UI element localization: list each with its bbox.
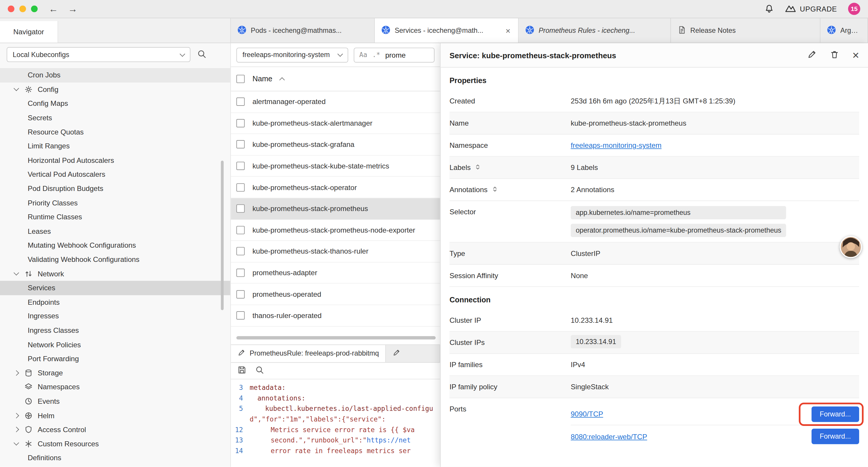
close-tab-icon[interactable]: × bbox=[504, 26, 512, 35]
row-checkbox[interactable] bbox=[236, 183, 245, 192]
editor-tab-prometheusrule[interactable]: PrometheusRule: freeleaps-prod-rabbitmq bbox=[231, 345, 386, 362]
property-value[interactable]: 9 Labels bbox=[571, 164, 598, 172]
row-checkbox[interactable] bbox=[236, 290, 245, 298]
notification-count-badge[interactable]: 15 bbox=[848, 3, 860, 15]
property-value[interactable]: 2 Annotations bbox=[571, 185, 615, 194]
table-row[interactable]: kube-prometheus-stack-thanos-ruler bbox=[231, 241, 440, 262]
sidebar-item-runtime-classes[interactable]: Runtime Classes bbox=[0, 210, 230, 224]
floating-user-avatar[interactable] bbox=[840, 236, 862, 258]
sidebar-item-secrets[interactable]: Secrets bbox=[0, 111, 230, 125]
bell-icon bbox=[764, 3, 774, 14]
table-row[interactable]: kube-prometheus-stack-prometheus-node-ex… bbox=[231, 220, 440, 241]
sidebar-item-limit-ranges[interactable]: Limit Ranges bbox=[0, 139, 230, 153]
sidebar-group-network[interactable]: Network bbox=[0, 267, 230, 281]
port-link[interactable]: 8080:reloader-web/TCP bbox=[571, 432, 647, 440]
table-row[interactable]: thanos-ruler-operated bbox=[231, 305, 440, 326]
namespace-selector[interactable]: freeleaps-monitoring-system bbox=[236, 47, 348, 62]
sidebar-item-resource-quotas[interactable]: Resource Quotas bbox=[0, 125, 230, 139]
forward-port-button[interactable]: Forward... bbox=[811, 429, 859, 444]
edit-button[interactable] bbox=[807, 50, 816, 61]
notifications-button[interactable] bbox=[764, 3, 774, 14]
row-checkbox[interactable] bbox=[236, 311, 245, 320]
delete-button[interactable] bbox=[830, 50, 839, 61]
sidebar-item-validating-webhook-configurations[interactable]: Validating Webhook Configurations bbox=[0, 253, 230, 267]
back-button[interactable]: ← bbox=[49, 4, 58, 13]
sidebar-item-priority-classes[interactable]: Priority Classes bbox=[0, 196, 230, 210]
sidebar-item-port-forwarding[interactable]: Port Forwarding bbox=[0, 352, 230, 366]
sidebar-group-helm[interactable]: Helm bbox=[0, 408, 230, 422]
row-checkbox[interactable] bbox=[236, 269, 245, 277]
row-checkbox[interactable] bbox=[236, 205, 245, 213]
row-checkbox[interactable] bbox=[236, 140, 245, 149]
sidebar-item-leases[interactable]: Leases bbox=[0, 224, 230, 238]
selector-chip[interactable]: app.kubernetes.io/name=prometheus bbox=[571, 206, 786, 219]
save-button[interactable] bbox=[238, 365, 246, 376]
forward-port-button[interactable]: Forward... bbox=[811, 406, 859, 421]
table-row[interactable]: kube-prometheus-stack-operator bbox=[231, 177, 440, 198]
sidebar-item-cron-jobs[interactable]: Cron Jobs bbox=[0, 68, 230, 82]
selector-chip[interactable]: operator.prometheus.io/name=kube-prometh… bbox=[571, 224, 786, 237]
table-row[interactable]: prometheus-operated bbox=[231, 284, 440, 305]
namespace-link[interactable]: freeleaps-monitoring-system bbox=[571, 141, 661, 150]
minimize-window-button[interactable] bbox=[20, 6, 26, 12]
row-checkbox[interactable] bbox=[236, 119, 245, 127]
sidebar-item-config-maps[interactable]: Config Maps bbox=[0, 96, 230, 111]
column-name-header[interactable]: Name bbox=[252, 75, 272, 83]
sidebar-item-endpoints[interactable]: Endpoints bbox=[0, 295, 230, 309]
sidebar-item-ingresses[interactable]: Ingresses bbox=[0, 309, 230, 323]
table-row[interactable]: kube-prometheus-stack-kube-state-metrics bbox=[231, 155, 440, 177]
sidebar-group-custom-resources[interactable]: Custom Resources bbox=[0, 437, 230, 451]
table-row[interactable]: alertmanager-operated bbox=[231, 91, 440, 113]
tab-argo[interactable]: Argo S bbox=[820, 18, 868, 42]
sidebar-item-namespaces[interactable]: Namespaces bbox=[0, 380, 230, 394]
tab-pods[interactable]: Pods - icecheng@mathmas... bbox=[231, 18, 375, 42]
property-label: Namespace bbox=[450, 141, 570, 150]
sidebar-item-horizontal-pod-autoscalers[interactable]: Horizontal Pod Autoscalers bbox=[0, 153, 230, 167]
zoom-window-button[interactable] bbox=[31, 6, 37, 12]
row-checkbox[interactable] bbox=[236, 162, 245, 170]
sidebar-item-pod-disruption-budgets[interactable]: Pod Disruption Budgets bbox=[0, 181, 230, 196]
close-drawer-button[interactable]: × bbox=[852, 49, 859, 61]
horizontal-scrollbar[interactable] bbox=[236, 336, 436, 339]
sidebar-item-definitions[interactable]: Definitions bbox=[0, 451, 230, 465]
upgrade-button[interactable]: UPGRADE bbox=[785, 4, 837, 14]
navigator-tab[interactable]: Navigator bbox=[0, 21, 58, 42]
port-link[interactable]: 9090/TCP bbox=[571, 410, 603, 418]
table-row[interactable]: kube-prometheus-stack-grafana bbox=[231, 134, 440, 155]
tab-services[interactable]: Services - icecheng@math... × bbox=[375, 18, 519, 42]
sidebar-item-mutating-webhook-configurations[interactable]: Mutating Webhook Configurations bbox=[0, 238, 230, 253]
sidebar-search-button[interactable] bbox=[197, 49, 207, 60]
row-checkbox[interactable] bbox=[236, 97, 245, 106]
sidebar-item-events[interactable]: Events bbox=[0, 394, 230, 408]
property-row-session-affinity: Session Affinity None bbox=[450, 265, 859, 287]
table-row[interactable]: prometheus-adapter bbox=[231, 262, 440, 284]
list-search-input[interactable]: Aa .* prome bbox=[354, 47, 435, 62]
tab-release-notes[interactable]: Release Notes bbox=[671, 18, 820, 42]
tab-prometheus-rules[interactable]: Prometheus Rules - icecheng... bbox=[519, 18, 671, 42]
expand-collapse-icon[interactable] bbox=[474, 163, 481, 173]
forward-button[interactable]: → bbox=[68, 4, 78, 13]
sidebar-scrollbar[interactable] bbox=[221, 160, 224, 310]
kubeconfig-selector[interactable]: Local Kubeconfigs bbox=[6, 47, 190, 62]
sidebar-group-access-control[interactable]: Access Control bbox=[0, 422, 230, 437]
sidebar-item-vertical-pod-autoscalers[interactable]: Vertical Pod Autoscalers bbox=[0, 167, 230, 181]
table-row[interactable]: kube-prometheus-stack-alertmanager bbox=[231, 113, 440, 134]
close-window-button[interactable] bbox=[8, 6, 14, 12]
select-all-checkbox[interactable] bbox=[236, 75, 245, 83]
editor-search-button[interactable] bbox=[255, 365, 264, 376]
regex-toggle[interactable]: .* bbox=[372, 51, 380, 59]
editor-tab-next[interactable] bbox=[386, 345, 440, 362]
table-row-selected[interactable]: kube-prometheus-stack-prometheus bbox=[231, 198, 440, 220]
sidebar-item-services[interactable]: Services bbox=[0, 281, 230, 295]
expand-collapse-icon[interactable] bbox=[491, 185, 498, 195]
sidebar-group-config[interactable]: Config bbox=[0, 82, 230, 96]
sort-ascending-icon[interactable] bbox=[279, 77, 285, 83]
sidebar-item-network-policies[interactable]: Network Policies bbox=[0, 338, 230, 352]
match-case-toggle[interactable]: Aa bbox=[359, 51, 367, 59]
yaml-editor[interactable]: 3metadata: 4annotations: 5kubectl.kubern… bbox=[231, 379, 440, 467]
row-checkbox[interactable] bbox=[236, 247, 245, 256]
sidebar-item-ingress-classes[interactable]: Ingress Classes bbox=[0, 323, 230, 338]
sidebar-group-storage[interactable]: Storage bbox=[0, 366, 230, 380]
cluster-ip-chip[interactable]: 10.233.14.91 bbox=[571, 335, 621, 348]
row-checkbox[interactable] bbox=[236, 226, 245, 234]
